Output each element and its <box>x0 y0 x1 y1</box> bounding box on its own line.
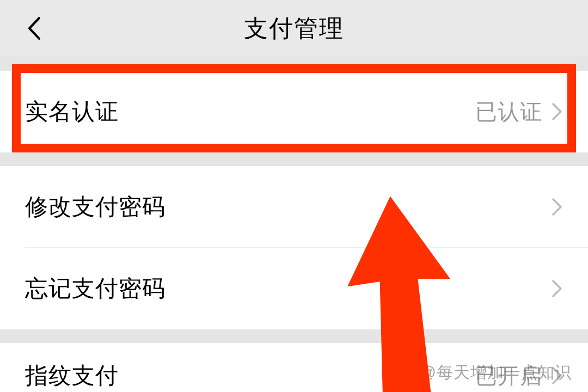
section-gap <box>0 57 588 71</box>
row-realname-auth[interactable]: 实名认证 已认证 <box>0 71 588 152</box>
row-right <box>551 279 563 298</box>
watermark-text: 头条 @每天增加一点知识 <box>381 362 572 384</box>
header-bar: 支付管理 <box>0 0 588 57</box>
chevron-right-icon <box>551 279 563 298</box>
section-realname: 实名认证 已认证 <box>0 71 588 152</box>
row-label: 修改支付密码 <box>25 192 166 222</box>
row-label: 指纹支付 <box>25 360 119 391</box>
row-right: 已认证 <box>475 97 563 127</box>
chevron-right-icon <box>551 102 563 121</box>
section-password: 修改支付密码 忘记支付密码 <box>0 166 588 329</box>
page-title: 支付管理 <box>0 13 588 45</box>
row-change-password[interactable]: 修改支付密码 <box>0 166 588 248</box>
row-label: 忘记支付密码 <box>25 273 166 304</box>
chevron-right-icon <box>551 197 563 217</box>
row-label: 实名认证 <box>25 96 119 127</box>
row-right <box>551 197 563 217</box>
back-button[interactable] <box>23 15 45 42</box>
row-value: 已认证 <box>475 97 542 127</box>
chevron-left-icon <box>26 16 41 41</box>
row-forgot-password[interactable]: 忘记支付密码 <box>0 248 588 329</box>
